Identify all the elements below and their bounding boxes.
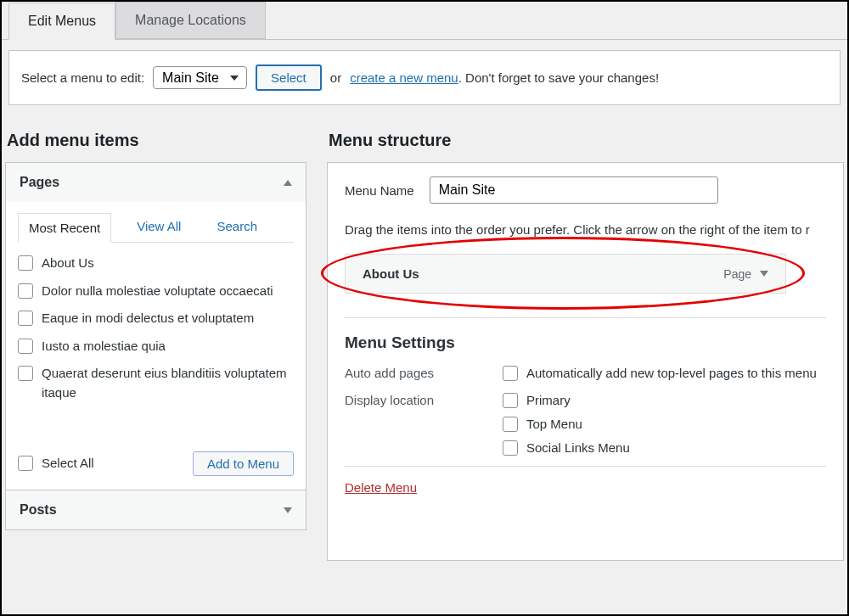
page-item-label: Dolor nulla molestiae voluptate occaecat…	[42, 282, 273, 301]
auto-add-option[interactable]: Automatically add new top-level pages to…	[503, 364, 817, 381]
select-button[interactable]: Select	[256, 64, 322, 91]
menu-name-input[interactable]	[430, 176, 718, 204]
caret-up-icon	[284, 180, 292, 186]
select-menu-label: Select a menu to edit:	[21, 70, 144, 85]
tabs-bar: Edit Menus Manage Locations	[2, 2, 847, 40]
page-item-label: Iusto a molestiae quia	[42, 337, 166, 356]
page-item-label: Quaerat deserunt eius blanditiis volupta…	[42, 364, 290, 402]
subtab-search[interactable]: Search	[206, 212, 267, 242]
menu-item-type-label: Page	[723, 267, 751, 281]
create-new-menu-link[interactable]: create a new menu	[350, 70, 458, 85]
caret-down-icon[interactable]	[760, 271, 768, 277]
location-checkbox[interactable]	[503, 417, 518, 432]
page-item[interactable]: About Us	[18, 249, 290, 277]
location-checkbox[interactable]	[503, 440, 518, 456]
accordion-pages-header[interactable]: Pages	[6, 163, 306, 202]
accordion-posts-label: Posts	[20, 502, 57, 518]
display-location-option[interactable]: Social Links Menu	[503, 439, 630, 456]
menu-structure-box: Menu Name Drag the items into the order …	[327, 162, 844, 561]
accordion-pages-label: Pages	[20, 175, 59, 190]
menu-item-title: About Us	[363, 266, 419, 281]
page-checkbox[interactable]	[18, 255, 33, 271]
auto-add-option-label: Automatically add new top-level pages to…	[526, 366, 817, 380]
display-location-option[interactable]: Primary	[503, 391, 630, 408]
reminder-text: . Don't forget to save your changes!	[458, 70, 659, 85]
select-all-label: Select All	[42, 454, 94, 473]
tab-manage-locations[interactable]: Manage Locations	[115, 2, 266, 39]
menu-structure-item[interactable]: About Us Page	[345, 254, 786, 294]
subtab-most-recent[interactable]: Most Recent	[18, 213, 111, 243]
auto-add-label: Auto add pages	[345, 364, 472, 380]
location-option-label: Primary	[526, 393, 571, 407]
page-checkbox[interactable]	[18, 339, 33, 354]
page-checkbox[interactable]	[18, 283, 33, 299]
page-item[interactable]: Eaque in modi delectus et voluptatem	[18, 305, 290, 333]
subtab-view-all[interactable]: View All	[127, 212, 191, 242]
page-item-label: Eaque in modi delectus et voluptatem	[42, 309, 254, 328]
menu-name-label: Menu Name	[345, 183, 414, 198]
location-checkbox[interactable]	[503, 393, 518, 408]
display-location-option[interactable]: Top Menu	[503, 415, 630, 432]
add-to-menu-button[interactable]: Add to Menu	[193, 451, 294, 476]
tab-edit-menus[interactable]: Edit Menus	[8, 3, 115, 40]
pages-subtabs: Most Recent View All Search	[18, 212, 294, 243]
accordion-posts-header[interactable]: Posts	[6, 490, 306, 529]
page-item-label: About Us	[42, 254, 94, 273]
select-all-row[interactable]: Select All	[18, 454, 94, 473]
page-item[interactable]: Iusto a molestiae quia	[18, 333, 290, 361]
menu-structure-heading: Menu structure	[329, 131, 844, 150]
pages-list[interactable]: About Us Dolor nulla molestiae voluptate…	[18, 249, 294, 434]
location-option-label: Top Menu	[526, 417, 582, 431]
page-checkbox[interactable]	[18, 366, 33, 381]
select-all-checkbox[interactable]	[18, 456, 33, 471]
select-menu-bar: Select a menu to edit: Main Site Select …	[8, 50, 841, 105]
or-text: or	[330, 70, 341, 85]
page-checkbox[interactable]	[18, 311, 33, 326]
add-items-accordion: Pages Most Recent View All Search About …	[5, 162, 306, 530]
page-item[interactable]: Quaerat deserunt eius blanditiis volupta…	[18, 360, 290, 406]
delete-menu-link[interactable]: Delete Menu	[345, 480, 417, 495]
menu-settings-heading: Menu Settings	[345, 333, 826, 352]
caret-down-icon	[284, 507, 292, 513]
menu-select[interactable]: Main Site	[153, 66, 247, 89]
location-option-label: Social Links Menu	[526, 440, 630, 455]
page-item[interactable]: Dolor nulla molestiae voluptate occaecat…	[18, 277, 290, 305]
drag-hint-text: Drag the items into the order you prefer…	[345, 222, 826, 237]
auto-add-checkbox[interactable]	[503, 366, 518, 381]
add-menu-items-heading: Add menu items	[7, 131, 306, 150]
display-location-label: Display location	[345, 391, 472, 407]
